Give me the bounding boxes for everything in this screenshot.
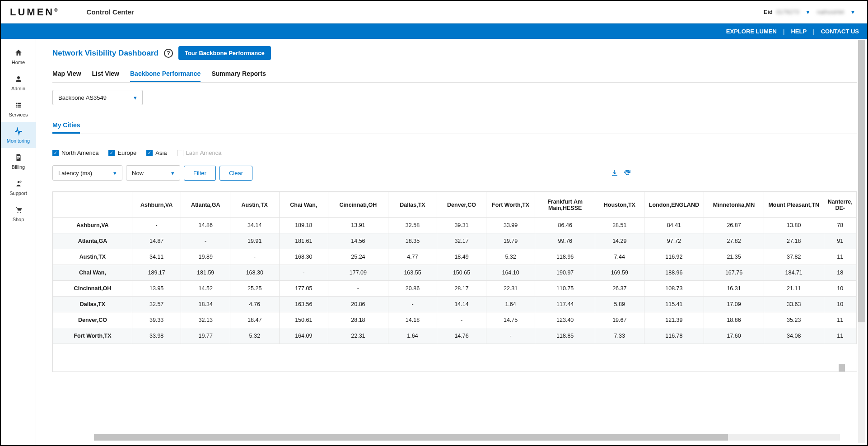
svg-point-10 <box>17 181 19 183</box>
col-header[interactable]: London,ENGLAND <box>644 192 704 218</box>
svg-rect-5 <box>16 107 17 107</box>
sidebar-item-services[interactable]: Services <box>1 96 36 122</box>
svg-rect-1 <box>16 103 17 104</box>
tab-list-view[interactable]: List View <box>92 66 119 82</box>
explore-lumen-link[interactable]: EXPLORE LUMEN <box>726 28 777 35</box>
data-cell: 20.86 <box>328 297 388 312</box>
data-cell: 22.31 <box>328 328 388 344</box>
help-link[interactable]: HELP <box>791 28 807 35</box>
data-cell: - <box>486 328 535 344</box>
region-filters: ✓North America ✓Europe ✓Asia Latin Ameri… <box>52 149 857 156</box>
col-header[interactable]: Chai Wan, <box>279 192 328 218</box>
svg-point-13 <box>20 212 21 213</box>
col-header[interactable]: Houston,TX <box>595 192 644 218</box>
table-header-row: Ashburn,VA Atlanta,GA Austin,TX Chai Wan… <box>53 192 857 218</box>
table-row: Cincinnati,OH13.9514.5225.25177.05-20.86… <box>53 281 857 297</box>
checkbox-asia[interactable]: ✓Asia <box>146 149 167 156</box>
clear-button[interactable]: Clear <box>219 166 252 181</box>
sidebar-item-home[interactable]: Home <box>1 43 36 70</box>
invoice-icon <box>14 153 23 163</box>
data-cell: 27.82 <box>704 233 764 249</box>
scrollbar-thumb[interactable] <box>858 40 865 322</box>
checkbox-north-america[interactable]: ✓North America <box>52 149 98 156</box>
chevron-down-icon[interactable]: ▼ <box>850 9 855 15</box>
help-icon[interactable]: ? <box>164 49 173 58</box>
col-header[interactable]: Atlanta,GA <box>181 192 230 218</box>
main-content: Network Visibility Dashboard ? Tour Back… <box>36 39 867 445</box>
data-cell: 37.82 <box>764 249 824 265</box>
backbone-select[interactable]: Backbone AS3549 ▾ <box>52 90 143 105</box>
table-vertical-scrollbar[interactable] <box>839 364 845 372</box>
scrollbar-thumb[interactable] <box>94 434 728 441</box>
checkbox-empty-icon <box>177 150 183 156</box>
data-cell: 34.11 <box>132 249 181 265</box>
row-header[interactable]: Austin,TX <box>53 249 132 265</box>
data-cell: 18 <box>824 265 856 281</box>
checkbox-latin-america[interactable]: Latin America <box>177 149 222 156</box>
sidebar-item-shop[interactable]: Shop <box>1 200 36 227</box>
data-cell: 116.78 <box>644 328 704 344</box>
sidebar-item-support[interactable]: Support <box>1 174 36 200</box>
col-header[interactable]: Denver,CO <box>437 192 486 218</box>
refresh-icon[interactable] <box>623 169 631 177</box>
chevron-down-icon: ▾ <box>113 170 117 177</box>
data-cell: 108.73 <box>644 281 704 297</box>
data-cell: 167.76 <box>704 265 764 281</box>
time-select[interactable]: Now ▾ <box>126 165 180 181</box>
row-header[interactable]: Ashburn,VA <box>53 218 132 233</box>
table-horizontal-scrollbar[interactable] <box>94 434 840 441</box>
row-header[interactable]: Fort Worth,TX <box>53 328 132 344</box>
data-cell: - <box>181 233 230 249</box>
col-header[interactable]: Dallas,TX <box>388 192 437 218</box>
col-header[interactable]: Ashburn,VA <box>132 192 181 218</box>
col-header[interactable]: Minnetonka,MN <box>704 192 764 218</box>
tab-map-view[interactable]: Map View <box>52 66 81 82</box>
col-header[interactable]: Austin,TX <box>230 192 279 218</box>
row-header[interactable]: Denver,CO <box>53 312 132 328</box>
sidebar-item-billing[interactable]: Billing <box>1 148 36 174</box>
col-header[interactable]: Mount Pleasant,TN <box>764 192 824 218</box>
row-header[interactable]: Chai Wan, <box>53 265 132 281</box>
data-cell: 14.75 <box>486 312 535 328</box>
data-cell: 169.59 <box>595 265 644 281</box>
data-cell: 14.76 <box>437 328 486 344</box>
data-cell: 7.33 <box>595 328 644 344</box>
data-cell: 33.99 <box>486 218 535 233</box>
download-icon[interactable] <box>611 169 619 177</box>
filter-button[interactable]: Filter <box>184 166 216 181</box>
contact-us-link[interactable]: CONTACT US <box>821 28 859 35</box>
col-header[interactable]: Nanterre, DE- <box>824 192 856 218</box>
data-cell: 99.76 <box>535 233 595 249</box>
data-cell: 11 <box>824 312 856 328</box>
sidebar-item-monitoring[interactable]: Monitoring <box>1 122 36 148</box>
row-header[interactable]: Dallas,TX <box>53 297 132 312</box>
data-cell: 13.95 <box>132 281 181 297</box>
data-cell: 17.09 <box>704 297 764 312</box>
data-cell: 189.18 <box>279 218 328 233</box>
tour-button[interactable]: Tour Backbone Performance <box>178 46 271 60</box>
data-cell: 34.14 <box>230 218 279 233</box>
sidebar-item-admin[interactable]: Admin <box>1 70 36 96</box>
data-cell: 28.51 <box>595 218 644 233</box>
latency-table: Ashburn,VA Atlanta,GA Austin,TX Chai Wan… <box>53 192 857 344</box>
checkbox-europe[interactable]: ✓Europe <box>108 149 136 156</box>
metric-select[interactable]: Latency (ms) ▾ <box>52 165 122 181</box>
data-cell: 32.17 <box>437 233 486 249</box>
chevron-down-icon[interactable]: ▼ <box>806 9 811 15</box>
table-row: Chai Wan,189.17181.59168.30-177.09163.55… <box>53 265 857 281</box>
page-vertical-scrollbar[interactable] <box>858 40 865 443</box>
data-cell: 168.30 <box>279 249 328 265</box>
col-header[interactable]: Fort Worth,TX <box>486 192 535 218</box>
row-header[interactable]: Atlanta,GA <box>53 233 132 249</box>
data-cell: - <box>388 297 437 312</box>
row-header[interactable]: Cincinnati,OH <box>53 281 132 297</box>
tab-summary-reports[interactable]: Summary Reports <box>211 66 266 82</box>
data-cell: 110.75 <box>535 281 595 297</box>
home-icon <box>14 48 23 58</box>
col-header[interactable]: Frankfurt Am Main,HESSE <box>535 192 595 218</box>
col-header[interactable]: Cincinnati,OH <box>328 192 388 218</box>
tab-backbone-performance[interactable]: Backbone Performance <box>130 66 201 82</box>
data-cell: 163.55 <box>388 265 437 281</box>
svg-rect-8 <box>17 157 20 158</box>
tab-my-cities[interactable]: My Cities <box>52 121 80 134</box>
